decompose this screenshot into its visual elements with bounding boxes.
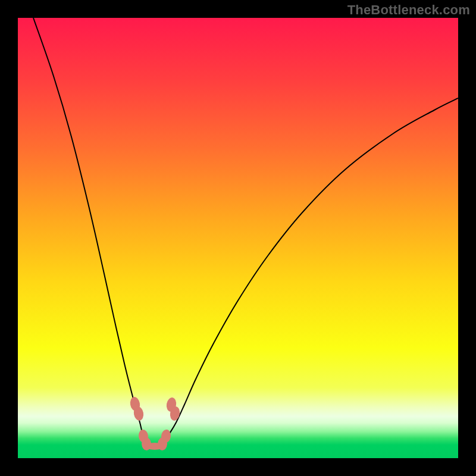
curve-layer <box>18 18 458 458</box>
plot-area <box>18 18 458 458</box>
watermark-text: TheBottleneck.com <box>347 2 470 18</box>
marker-point <box>145 443 164 450</box>
marker-group <box>129 396 181 451</box>
bottleneck-curve <box>33 18 458 446</box>
outer-frame: TheBottleneck.com <box>0 0 476 476</box>
